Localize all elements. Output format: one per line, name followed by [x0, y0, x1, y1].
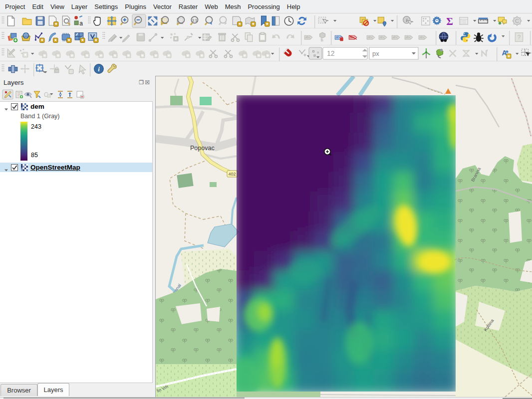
svg-text:abc: abc	[392, 35, 398, 39]
svg-text:12: 12	[327, 49, 335, 57]
svg-text:i: i	[98, 65, 100, 73]
svg-text:A: A	[502, 49, 507, 57]
svg-text:C: C	[515, 18, 519, 24]
svg-text:?: ?	[518, 34, 521, 41]
svg-text:Σ: Σ	[446, 15, 453, 27]
svg-text:abc: abc	[405, 35, 411, 39]
svg-text:abc: abc	[419, 35, 425, 39]
svg-text:a: a	[79, 20, 83, 27]
svg-text:1:1: 1:1	[192, 18, 197, 22]
svg-text:abc: abc	[367, 35, 373, 39]
svg-text:abc: abc	[305, 35, 311, 39]
svg-text:px: px	[372, 50, 379, 57]
svg-text:abc: abc	[379, 35, 385, 39]
